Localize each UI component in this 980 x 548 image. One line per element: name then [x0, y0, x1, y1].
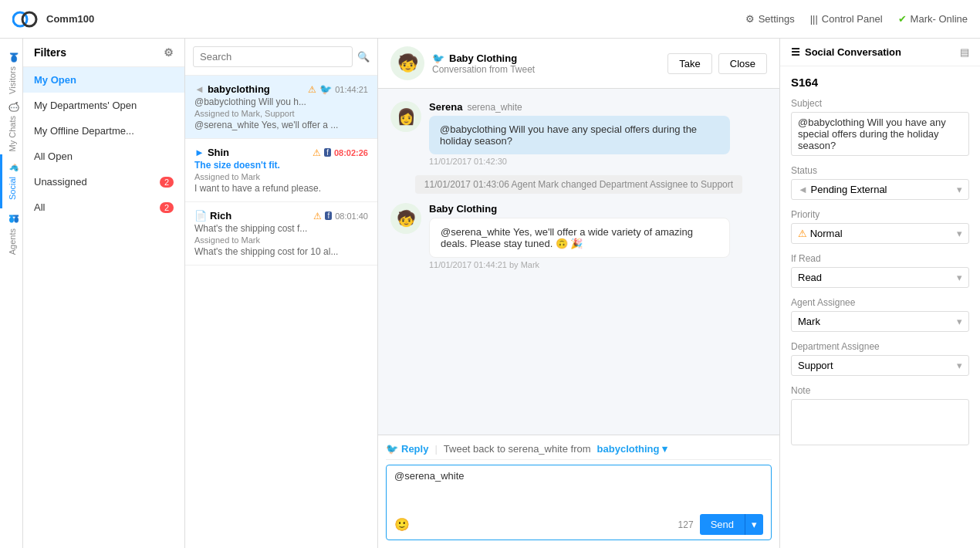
reply-account[interactable]: babyclothing ▾ — [597, 443, 668, 455]
logo: Comm100 — [12, 10, 94, 29]
reply-button[interactable]: 🐦 Reply — [386, 443, 428, 455]
msg-avatar-2: 🧒 — [390, 203, 421, 234]
priority-dropdown-icon: ▾ — [957, 228, 962, 239]
note-input[interactable] — [791, 399, 969, 445]
control-panel-icon: ||| — [810, 13, 818, 25]
conv-assign-3: Assigned to Mark — [194, 235, 368, 245]
chat-header: 🧒 🐦 Baby Clothing Conversation from Twee… — [378, 39, 779, 89]
filter-my-open[interactable]: My Open — [23, 67, 184, 93]
filter-my-dept-open[interactable]: My Departments' Open — [23, 93, 184, 118]
agent-assignee-select[interactable]: Mark ▾ — [791, 311, 969, 332]
topbar: Comm100 ⚙ Settings ||| Control Panel ✔ M… — [0, 0, 980, 39]
msg-user-1: Serena serena_white — [429, 101, 730, 113]
conv-username-2: Shin — [208, 147, 229, 158]
conv-preview-1: @serena_white Yes, we'll offer a ... — [194, 120, 368, 130]
dept-assignee-label: Department Assignee — [791, 341, 969, 352]
msg-username-1: Serena — [429, 101, 462, 113]
reply-twitter-icon: 🐦 — [386, 443, 398, 455]
send-group: Send ▾ — [700, 514, 763, 535]
conversation-item-1[interactable]: ◄ babyclothing ⚠ 🐦 01:44:21 @babyclothin… — [185, 76, 377, 139]
agents-icon: 👥 — [8, 215, 18, 225]
priority-select[interactable]: ⚠ Normal ▾ — [791, 223, 969, 244]
unassigned-badge: 2 — [160, 177, 174, 188]
if-read-select[interactable]: Read ▾ — [791, 267, 969, 288]
system-message-1: 11/01/2017 01:43:06 Agent Mark changed D… — [415, 175, 742, 194]
svg-point-1 — [22, 12, 36, 26]
send-button[interactable]: Send — [700, 514, 745, 535]
msg-username-2: Baby Clothing — [429, 203, 497, 215]
chat-avatar: 🧒 — [390, 46, 424, 80]
status-value: ◄ Pending External — [798, 184, 887, 195]
filters-gear-icon[interactable]: ⚙ — [164, 46, 174, 59]
filter-all[interactable]: All 2 — [23, 195, 184, 220]
msg-time-2: 11/01/2017 01:44:21 by Mark — [429, 260, 730, 269]
facebook-icon-2: f — [324, 148, 331, 157]
sidebar-item-social[interactable]: 🐦 Social — [0, 154, 23, 208]
settings-label: Settings — [759, 13, 795, 25]
chat-header-sub: Conversation from Tweet — [432, 64, 660, 75]
filter-panel: Filters ⚙ My Open My Departments' Open M… — [23, 39, 185, 548]
status-dropdown-icon: ▾ — [957, 184, 962, 195]
check-circle-icon: ✔ — [898, 13, 907, 25]
filters-header: Filters ⚙ — [23, 39, 184, 67]
conv-username-1: babyclothing — [208, 83, 270, 95]
filter-unassigned-label: Unassigned — [34, 176, 87, 188]
main-layout: 👤 Visitors 💬 My Chats 🐦 Social 👥 Agents … — [0, 39, 980, 548]
conv-name-2: ► Shin — [194, 147, 229, 158]
filter-my-offline[interactable]: My Offline Departme... — [23, 118, 184, 144]
message-2: 🧒 Baby Clothing @serena_white Yes, we'll… — [390, 203, 767, 269]
filter-list: My Open My Departments' Open My Offline … — [23, 67, 184, 548]
note-group: Note — [791, 385, 969, 445]
search-box: 🔍 — [185, 39, 377, 76]
sidebar-item-agents[interactable]: 👥 Agents — [0, 208, 23, 262]
reply-area: 🐦 Reply | Tweet back to serena_white fro… — [378, 435, 779, 548]
chat-header-info: 🐦 Baby Clothing Conversation from Tweet — [432, 52, 660, 75]
warning-icon-1: ⚠ — [308, 84, 316, 95]
ticket-id: S164 — [791, 76, 969, 89]
filter-all-open-label: All Open — [34, 151, 73, 162]
conversation-item-3[interactable]: 📄 Rich ⚠ f 08:01:40 What's the shipping … — [185, 202, 377, 266]
mark-online-link[interactable]: ✔ Mark- Online — [898, 13, 968, 25]
app-name: Comm100 — [46, 13, 94, 25]
conversation-item-2[interactable]: ► Shin ⚠ f 08:02:26 The size doesn't fit… — [185, 139, 377, 202]
reply-bottom: 🙂 127 Send ▾ — [394, 514, 763, 535]
note-label: Note — [791, 385, 969, 396]
warning-icon-3: ⚠ — [313, 211, 322, 222]
sidebar-item-my-chats[interactable]: 💬 My Chats — [0, 100, 23, 154]
control-panel-link[interactable]: ||| Control Panel — [810, 13, 883, 25]
msg-time-1: 11/01/2017 01:42:30 — [429, 157, 730, 166]
vertical-sidebar: 👤 Visitors 💬 My Chats 🐦 Social 👥 Agents — [0, 39, 23, 548]
conv-name-1: ◄ babyclothing — [194, 83, 270, 95]
conv-time-2: 08:02:26 — [334, 148, 368, 157]
send-dropdown-button[interactable]: ▾ — [745, 514, 763, 535]
all-badge: 2 — [160, 202, 174, 213]
msg-handle-1: serena_white — [467, 102, 522, 113]
search-icon[interactable]: 🔍 — [357, 51, 370, 63]
filter-all-open[interactable]: All Open — [23, 144, 184, 169]
message-1: 👩 Serena serena_white @babyclothing Will… — [390, 101, 767, 166]
reply-input[interactable]: @serena_white — [394, 470, 763, 509]
status-select[interactable]: ◄ Pending External ▾ — [791, 179, 969, 200]
right-panel-header: ☰ Social Conversation ▤ — [780, 39, 980, 66]
sidebar-item-visitors[interactable]: 👤 Visitors — [0, 46, 23, 100]
dept-assignee-value: Support — [798, 360, 833, 371]
priority-label: Priority — [791, 209, 969, 220]
conv-assign-2: Assigned to Mark — [194, 172, 368, 181]
right-panel-title: ☰ Social Conversation — [791, 46, 901, 58]
doc-icon-3: 📄 — [194, 210, 207, 222]
search-input[interactable] — [193, 46, 353, 67]
agent-assignee-group: Agent Assignee Mark ▾ — [791, 297, 969, 332]
take-button[interactable]: Take — [667, 53, 711, 74]
conv-name-3: 📄 Rich — [194, 210, 231, 222]
dept-assignee-select[interactable]: Support ▾ — [791, 355, 969, 376]
emoji-icon[interactable]: 🙂 — [394, 517, 410, 532]
close-button[interactable]: Close — [718, 53, 767, 74]
if-read-group: If Read Read ▾ — [791, 253, 969, 288]
msg-avatar-1: 👩 — [390, 101, 421, 132]
panel-view-icon[interactable]: ▤ — [960, 46, 969, 58]
status-label: Status — [791, 165, 969, 176]
social-label: Social — [8, 177, 17, 200]
settings-link[interactable]: ⚙ Settings — [745, 13, 795, 25]
char-count: 127 — [678, 519, 694, 530]
filter-unassigned[interactable]: Unassigned 2 — [23, 169, 184, 195]
